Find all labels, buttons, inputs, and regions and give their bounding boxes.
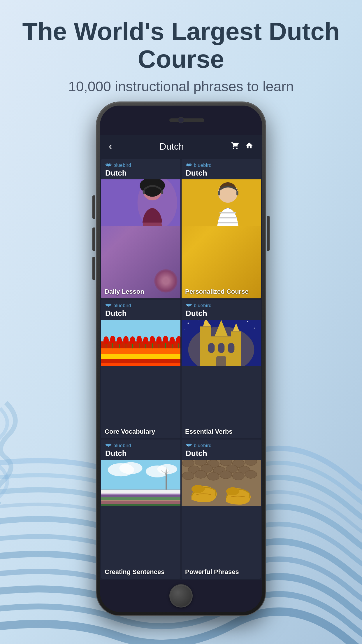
svg-point-33: [136, 336, 142, 344]
card-label-essential-verbs: Essential Verbs: [185, 428, 233, 435]
nav-bar: ‹ Dutch: [100, 135, 262, 158]
svg-point-99: [182, 472, 194, 480]
card-image-sentences: Creating Sentences: [101, 460, 180, 579]
home-button[interactable]: [169, 584, 193, 608]
svg-rect-27: [101, 363, 180, 366]
svg-rect-10: [161, 190, 163, 194]
svg-point-35: [150, 336, 155, 344]
svg-point-67: [247, 321, 248, 322]
bluebird-brand-label-5: bluebird: [113, 443, 131, 448]
card-language-personalized: Dutch: [186, 169, 257, 178]
bluebird-brand-label-2: bluebird: [194, 163, 212, 168]
home-icon[interactable]: [245, 141, 253, 152]
card-label-core-vocabulary: Core Vocabulary: [105, 428, 155, 435]
course-card-powerful-phrases[interactable]: bluebird Dutch: [182, 440, 261, 579]
bluebird-logo-3: bluebird: [105, 303, 176, 308]
svg-point-20: [107, 305, 107, 305]
svg-rect-16: [236, 191, 238, 195]
card-label-creating-sentences: Creating Sentences: [105, 568, 164, 575]
building-illustration: [182, 320, 261, 366]
bird-logo-icon-5: [105, 443, 112, 448]
svg-point-73: [119, 462, 142, 474]
svg-point-103: [233, 472, 245, 480]
card-header-phrases: bluebird Dutch: [182, 440, 261, 460]
svg-rect-61: [208, 343, 215, 353]
svg-point-29: [110, 336, 115, 344]
svg-point-38: [170, 337, 175, 344]
header-section: The World's Largest Dutch Course 10,000 …: [0, 18, 362, 94]
svg-rect-63: [228, 343, 235, 353]
card-image-vocabulary: Core Vocabulary: [101, 320, 180, 439]
svg-rect-64: [216, 356, 226, 366]
svg-point-70: [107, 445, 107, 446]
phone-inner: ‹ Dutch: [100, 106, 262, 612]
svg-rect-15: [218, 191, 220, 195]
card-language-vocabulary: Dutch: [105, 309, 176, 318]
bluebird-logo-6: bluebird: [186, 443, 257, 448]
bluebird-logo-2: bluebird: [186, 163, 257, 168]
svg-point-65: [187, 322, 189, 324]
bird-logo-icon-3: [105, 303, 112, 308]
bluebird-brand-label-6: bluebird: [194, 443, 212, 448]
bird-logo-icon: [105, 163, 112, 168]
svg-point-75: [157, 464, 177, 474]
card-header-verbs: bluebird Dutch: [182, 300, 261, 320]
svg-rect-62: [218, 343, 225, 353]
phone-bottom-bar: [100, 580, 262, 612]
course-card-essential-verbs[interactable]: bluebird Dutch: [182, 300, 261, 439]
card-language-sentences: Dutch: [105, 449, 176, 458]
bluebird-logo-5: bluebird: [105, 443, 176, 448]
svg-point-28: [103, 336, 109, 344]
svg-point-86: [187, 445, 188, 446]
card-language-verbs: Dutch: [186, 309, 257, 318]
course-card-personalized[interactable]: bluebird Dutch: [182, 159, 261, 298]
card-image-daily-lesson: Daily Lesson: [101, 179, 180, 298]
svg-point-100: [195, 470, 207, 478]
svg-point-69: [184, 329, 185, 330]
svg-point-68: [254, 328, 255, 328]
card-header-personalized: bluebird Dutch: [182, 159, 261, 179]
tulip-field-illustration: [101, 320, 180, 366]
phone-speaker: [169, 118, 204, 122]
svg-point-106: [226, 487, 239, 495]
course-grid: bluebird Dutch: [100, 158, 262, 580]
bluebird-brand-label-3: bluebird: [113, 303, 131, 308]
nav-actions: [231, 141, 253, 152]
daily-lesson-illustration: [101, 179, 180, 226]
card-label-daily-lesson: Daily Lesson: [105, 288, 144, 295]
course-card-creating-sentences[interactable]: bluebird Dutch: [101, 440, 180, 579]
svg-point-34: [143, 337, 148, 344]
main-title: The World's Largest Dutch Course: [0, 18, 362, 73]
personalized-illustration: [182, 179, 261, 226]
svg-rect-81: [166, 473, 167, 490]
svg-point-104: [245, 470, 257, 478]
card-header-daily: bluebird Dutch: [101, 159, 180, 179]
bluebird-logo-4: bluebird: [186, 303, 257, 308]
svg-point-30: [117, 337, 122, 344]
card-image-verbs: Essential Verbs: [182, 320, 261, 439]
phone-outer-shell: ‹ Dutch: [96, 102, 266, 615]
card-language-phrases: Dutch: [186, 449, 257, 458]
card-language-daily: Dutch: [105, 169, 176, 178]
cart-icon[interactable]: [231, 141, 239, 152]
bird-logo-icon-6: [186, 443, 192, 448]
bluebird-logo: bluebird: [105, 163, 176, 168]
bluebird-brand-label: bluebird: [113, 163, 131, 168]
back-button[interactable]: ‹: [109, 140, 112, 153]
course-card-daily-lesson[interactable]: bluebird Dutch: [101, 159, 180, 298]
card-label-powerful-phrases: Powerful Phrases: [185, 568, 239, 575]
card-image-phrases: Powerful Phrases: [182, 460, 261, 579]
svg-rect-80: [101, 504, 180, 507]
svg-point-1: [107, 164, 107, 165]
card-label-personalized: Personalized Course: [185, 288, 249, 295]
app-screen: ‹ Dutch: [100, 135, 262, 580]
bird-logo-icon-4: [186, 303, 192, 308]
wooden-shoes-illustration: [182, 460, 261, 506]
svg-point-36: [156, 336, 161, 344]
course-card-core-vocabulary[interactable]: bluebird Dutch: [101, 300, 180, 439]
card-header-vocabulary: bluebird Dutch: [101, 300, 180, 320]
svg-point-11: [187, 164, 188, 165]
flower-field-illustration: [101, 460, 180, 506]
card-image-personalized: Personalized Course: [182, 179, 261, 298]
subtitle: 10,000 instructional phrases to learn: [0, 78, 362, 94]
